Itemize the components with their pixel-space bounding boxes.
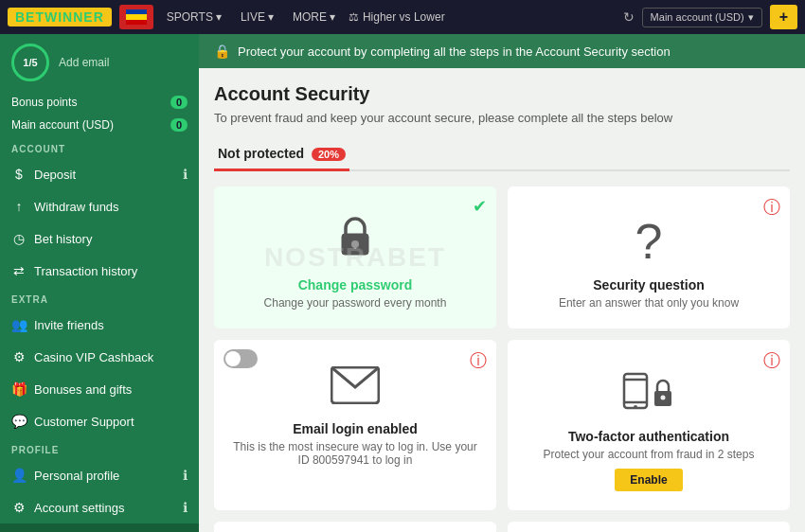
enable-two-factor-button[interactable]: Enable	[615, 469, 682, 491]
progress-value: 1/5	[23, 57, 37, 68]
logo-winner: WINNER	[45, 9, 104, 25]
two-factor-card: ⓘ Two-f	[508, 340, 790, 510]
sidebar-item-bonuses[interactable]: 🎁 Bonuses and gifts	[0, 373, 199, 405]
security-question-card: ⓘ ? Security question Enter an answer th…	[508, 186, 790, 328]
page-subtitle: To prevent fraud and keep your account s…	[214, 111, 790, 125]
tab-not-protected-label: Not protected	[218, 146, 304, 161]
partial-cards-row: ✏	[214, 522, 790, 532]
security-banner: 🔒 Protect your account by completing all…	[199, 34, 805, 68]
security-question-icon: ?	[635, 213, 663, 270]
sidebar-transaction-label: Transaction history	[34, 264, 188, 278]
sidebar-withdraw-label: Withdraw funds	[34, 200, 188, 214]
svg-point-12	[661, 396, 666, 400]
sidebar-item-bet-history[interactable]: ◷ Bet history	[0, 222, 199, 255]
main-account-label: Main account (USD)	[651, 11, 744, 23]
main-account-sidebar-badge: 0	[170, 118, 188, 132]
balance-scale-display: ⚖ Higher vs Lower	[349, 10, 445, 24]
sidebar-invite-label: Invite friends	[34, 318, 188, 332]
partial-card-2	[508, 522, 790, 532]
security-question-desc: Enter an answer that only you know	[559, 296, 739, 310]
sidebar-settings-label: Account settings	[34, 501, 175, 515]
sidebar-item-account-settings[interactable]: ⚙ Account settings ℹ	[0, 491, 199, 523]
more-label: MORE	[293, 10, 327, 24]
sidebar-deposit-info-icon: ℹ	[183, 167, 188, 182]
deposit-button[interactable]: +	[770, 5, 797, 29]
sidebar-profile-top: 1/5 Add email	[0, 34, 199, 91]
sidebar-item-personal-profile[interactable]: 👤 Personal profile ℹ	[0, 459, 199, 491]
security-question-status-icon: ⓘ	[763, 196, 780, 219]
change-password-card: NOSTRABET ✔ Change password Change your …	[214, 186, 496, 328]
sidebar-bet-history-label: Bet history	[34, 232, 188, 246]
add-email-label: Add email	[59, 56, 109, 69]
email-login-title: Email login enabled	[293, 421, 417, 436]
two-factor-desc: Protect your account from fraud in 2 ste…	[544, 448, 755, 461]
live-nav-button[interactable]: LIVE ▾	[235, 7, 279, 27]
sidebar-item-transaction-history[interactable]: ⇄ Transaction history	[0, 255, 199, 287]
sidebar-bonuses-label: Bonuses and gifts	[34, 382, 188, 397]
banner-lock-icon: 🔒	[214, 44, 230, 59]
top-navigation: BETWINNER SPORTS ▾ LIVE ▾ MORE ▾ ⚖ Highe…	[0, 0, 805, 34]
sidebar-item-withdraw[interactable]: ↑ Withdraw funds	[0, 190, 199, 222]
email-login-desc: This is the most insecure way to log in.…	[229, 440, 481, 467]
extra-section-label: EXTRA	[0, 287, 199, 309]
deposit-plus-icon: +	[779, 9, 788, 25]
clock-icon: ◷	[11, 231, 27, 246]
bonus-points-row: Bonus points 0	[0, 91, 199, 114]
svg-rect-2	[126, 20, 147, 25]
main-account-button[interactable]: Main account (USD) ▾	[642, 8, 762, 27]
security-cards-grid: NOSTRABET ✔ Change password Change your …	[214, 186, 790, 510]
banner-text: Protect your account by completing all t…	[238, 44, 671, 59]
bonus-points-badge: 0	[170, 96, 188, 109]
logo: BETWINNER	[8, 8, 112, 27]
main-area: 1/5 Add email Bonus points 0 Main accoun…	[0, 34, 805, 532]
sports-chevron-icon: ▾	[216, 10, 222, 24]
svg-point-10	[634, 405, 637, 409]
gift-icon: 🎁	[11, 381, 27, 397]
sidebar-item-casino-vip[interactable]: ⚙ Casino VIP Cashback	[0, 341, 199, 373]
change-password-lock-icon	[334, 213, 376, 270]
progress-circle: 1/5	[11, 44, 49, 81]
sidebar-deposit-label: Deposit	[34, 168, 175, 182]
balance-label: Higher vs Lower	[363, 10, 445, 24]
friends-icon: 👥	[11, 317, 27, 332]
transfer-icon: ⇄	[11, 263, 27, 278]
support-icon: 💬	[11, 414, 27, 429]
content-area: 🔒 Protect your account by completing all…	[199, 34, 805, 532]
dollar-icon: $	[11, 167, 27, 182]
change-password-title: Change password	[298, 277, 413, 293]
svg-rect-1	[126, 14, 147, 20]
more-chevron-icon: ▾	[330, 10, 335, 24]
withdraw-icon: ↑	[11, 199, 27, 214]
email-icon	[331, 366, 380, 414]
svg-rect-0	[126, 9, 147, 14]
vip-icon: ⚙	[11, 349, 27, 364]
profile-icon: 👤	[11, 468, 27, 483]
sidebar-item-support[interactable]: 💬 Customer Support	[0, 405, 199, 437]
profile-section-label: PROFILE	[0, 437, 199, 459]
logo-bet: BET	[15, 9, 45, 25]
sidebar: 1/5 Add email Bonus points 0 Main accoun…	[0, 34, 199, 532]
settings-icon: ⚙	[11, 500, 27, 515]
security-tabs: Not protected 20%	[214, 140, 790, 171]
refresh-icon[interactable]: ↻	[623, 9, 635, 25]
sidebar-settings-info-icon: ℹ	[183, 500, 188, 515]
sidebar-profile-info-icon: ℹ	[183, 468, 188, 483]
sports-label: SPORTS	[167, 10, 213, 24]
two-factor-icon	[622, 366, 675, 421]
main-account-sidebar-label: Main account (USD)	[11, 118, 114, 132]
email-login-toggle[interactable]	[224, 349, 258, 368]
change-password-desc: Change your password every month	[264, 296, 447, 310]
sidebar-personal-label: Personal profile	[34, 469, 175, 483]
change-password-status-icon: ✔	[473, 196, 487, 217]
sidebar-item-deposit[interactable]: $ Deposit ℹ	[0, 158, 199, 190]
live-label: LIVE	[241, 10, 265, 24]
partial-card-1: ✏	[214, 522, 496, 532]
email-login-card: ⓘ Email login enabled This is the most i…	[214, 340, 496, 510]
sports-nav-button[interactable]: SPORTS ▾	[161, 7, 227, 27]
more-nav-button[interactable]: MORE ▾	[287, 7, 341, 27]
sidebar-support-label: Customer Support	[34, 415, 188, 429]
sidebar-item-invite-friends[interactable]: 👥 Invite friends	[0, 309, 199, 341]
sidebar-item-security[interactable]: 🔒 Security ℹ	[0, 523, 199, 532]
tab-percent-badge: 20%	[312, 148, 346, 161]
tab-not-protected[interactable]: Not protected 20%	[214, 140, 349, 171]
